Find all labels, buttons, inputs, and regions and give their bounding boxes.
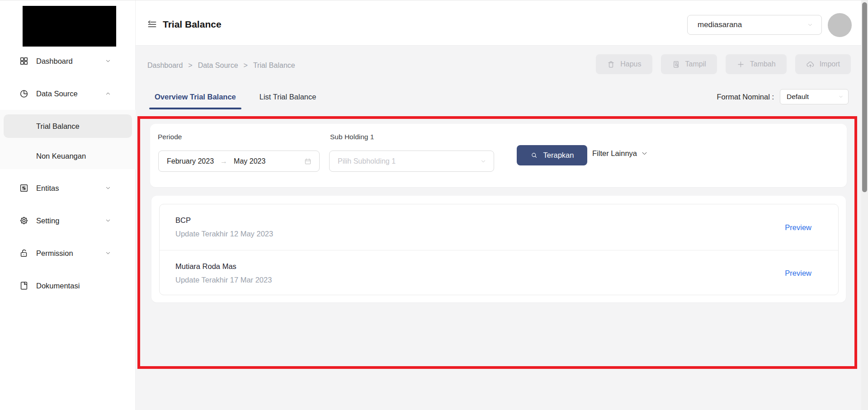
user-avatar[interactable] <box>828 13 852 37</box>
range-arrow-icon: → <box>220 157 227 165</box>
main-content: Dashboard > Data Source > Trial Balance … <box>136 46 868 410</box>
terapkan-button-label: Terapkan <box>543 151 574 160</box>
sidebar-item-label: Dokumentasi <box>36 282 80 290</box>
sidebar-item-permission[interactable]: Permission <box>0 242 136 264</box>
import-button-label: Import <box>820 60 840 68</box>
header: Trial Balance mediasarana <box>136 0 868 46</box>
company-select[interactable]: mediasarana <box>687 15 822 35</box>
subholding-select[interactable]: Pilih Subholding 1 <box>329 151 494 172</box>
import-button[interactable]: Import <box>795 54 851 74</box>
page-title: Trial Balance <box>163 19 222 30</box>
periode-start-value: February 2023 <box>167 157 214 165</box>
chevron-down-icon <box>838 94 844 99</box>
chevron-down-icon <box>105 217 111 224</box>
app-logo <box>23 6 116 47</box>
chevron-down-icon <box>105 58 111 64</box>
list-item: BCP Update Terakhir 12 May 2023 Preview <box>160 204 838 250</box>
sliders-box-icon <box>19 183 29 193</box>
tab-bar: Overview Trial Balance List Trial Balanc… <box>149 90 321 109</box>
breadcrumb: Dashboard > Data Source > Trial Balance <box>147 61 295 70</box>
filter-lainnya-label: Filter Lainnya <box>592 149 637 158</box>
last-update-text: Update Terakhir 12 May 2023 <box>175 230 838 238</box>
sidebar-item-label: Dashboard <box>36 57 73 66</box>
sidebar-item-trial-balance[interactable]: Trial Balance <box>4 114 132 138</box>
dashboard-grid-icon <box>19 56 29 66</box>
scrollbar-track <box>861 0 868 410</box>
last-update-text: Update Terakhir 17 Mar 2023 <box>175 276 838 284</box>
tab-list-trial-balance[interactable]: List Trial Balance <box>254 90 322 109</box>
calendar-icon <box>304 157 312 165</box>
sidebar-item-label: Trial Balance <box>36 122 80 131</box>
overview-list-card: BCP Update Terakhir 12 May 2023 Preview … <box>151 196 846 302</box>
breadcrumb-item-trial-balance[interactable]: Trial Balance <box>253 61 295 70</box>
chevron-down-icon <box>105 250 111 256</box>
periode-range-picker[interactable]: February 2023 → May 2023 <box>158 151 320 172</box>
tambah-button-label: Tambah <box>750 60 776 68</box>
cloud-upload-icon <box>806 60 815 69</box>
entity-name: BCP <box>175 216 838 225</box>
subholding-label: Sub Holding 1 <box>330 133 374 141</box>
file-bookmark-icon <box>19 281 29 291</box>
search-icon <box>530 151 538 159</box>
toolbar: Hapus Tampil Tambah Import <box>596 54 851 74</box>
pie-chart-icon <box>19 89 29 99</box>
chevron-down-icon <box>105 185 111 191</box>
chevron-down-icon <box>807 22 813 28</box>
filter-lainnya-toggle[interactable]: Filter Lainnya <box>592 149 648 158</box>
plus-icon <box>736 60 745 69</box>
filter-card: Periode Sub Holding 1 February 2023 → Ma… <box>150 124 847 187</box>
format-nominal-value: Default <box>787 93 838 101</box>
sidebar-item-dokumentasi[interactable]: Dokumentasi <box>0 275 136 297</box>
format-nominal-select[interactable]: Default <box>780 89 849 104</box>
tab-label: List Trial Balance <box>259 93 316 101</box>
sidebar-item-label: Data Source <box>36 90 78 98</box>
tampil-button-label: Tampil <box>685 60 706 68</box>
breadcrumb-separator: > <box>244 61 248 70</box>
chevron-down-icon <box>480 158 486 165</box>
tampil-button[interactable]: Tampil <box>661 54 717 74</box>
chevron-up-icon <box>105 90 111 97</box>
sidebar-item-label: Setting <box>36 217 59 225</box>
sidebar-item-setting[interactable]: Setting <box>0 210 136 231</box>
periode-end-value: May 2023 <box>234 157 265 165</box>
tambah-button[interactable]: Tambah <box>726 54 787 74</box>
preview-link[interactable]: Preview <box>785 223 811 231</box>
subholding-placeholder: Pilih Subholding 1 <box>338 157 480 165</box>
menu-fold-icon[interactable] <box>147 19 157 30</box>
overview-list: BCP Update Terakhir 12 May 2023 Preview … <box>159 204 839 295</box>
entity-name: Mutiara Roda Mas <box>175 262 838 271</box>
sidebar-item-entitas[interactable]: Entitas <box>0 177 136 199</box>
trash-icon <box>607 60 615 69</box>
tab-overview-trial-balance[interactable]: Overview Trial Balance <box>149 90 241 109</box>
sidebar-item-data-source[interactable]: Data Source <box>0 83 136 104</box>
scrollbar-thumb[interactable] <box>862 2 867 192</box>
hapus-button[interactable]: Hapus <box>596 54 652 74</box>
periode-label: Periode <box>158 133 182 141</box>
sidebar-item-label: Non Keuangan <box>36 152 86 160</box>
sidebar-item-label: Permission <box>36 249 73 258</box>
list-item: Mutiara Roda Mas Update Terakhir 17 Mar … <box>160 250 838 295</box>
chevron-down-icon <box>641 150 648 157</box>
breadcrumb-item-dashboard[interactable]: Dashboard <box>147 61 183 70</box>
breadcrumb-item-data-source[interactable]: Data Source <box>198 61 238 70</box>
company-select-value: mediasarana <box>698 20 807 29</box>
unlock-icon <box>19 248 29 258</box>
document-search-icon <box>672 60 680 69</box>
terapkan-button[interactable]: Terapkan <box>517 145 587 165</box>
breadcrumb-separator: > <box>188 61 192 70</box>
format-nominal: Format Nominal : Default <box>717 89 849 104</box>
format-nominal-label: Format Nominal : <box>717 93 774 101</box>
sidebar: Dashboard Data Source Trial Balance Non … <box>0 0 136 410</box>
sidebar-item-label: Entitas <box>36 184 59 193</box>
sidebar-item-dashboard[interactable]: Dashboard <box>0 50 136 72</box>
preview-link[interactable]: Preview <box>785 269 811 278</box>
sidebar-item-non-keuangan[interactable]: Non Keuangan <box>0 145 136 167</box>
hapus-button-label: Hapus <box>620 60 641 68</box>
tab-label: Overview Trial Balance <box>155 93 236 101</box>
gear-icon <box>19 216 29 226</box>
